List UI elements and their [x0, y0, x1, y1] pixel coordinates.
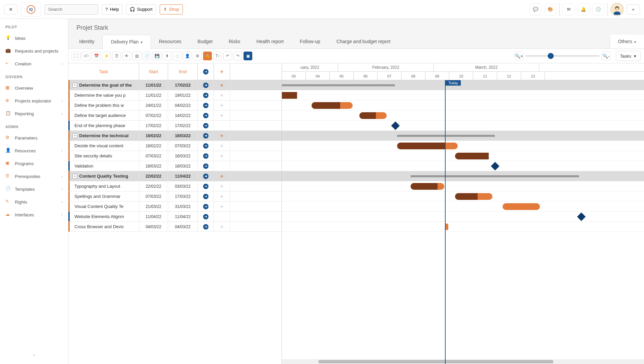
- mail-button[interactable]: ✉: [562, 3, 575, 16]
- sidebar-item-parameters[interactable]: ⚙Parameters: [0, 131, 68, 144]
- table-row[interactable]: End of the planning phase17/02/2217/02/2…: [68, 121, 282, 131]
- table-row[interactable]: Validation18/03/2218/03/22➜: [68, 161, 282, 171]
- table-row[interactable]: Define the target audience07/02/2214/02/…: [68, 111, 282, 121]
- task-bar[interactable]: [455, 153, 489, 159]
- add-icon[interactable]: +: [219, 103, 225, 108]
- task-bar[interactable]: [397, 143, 458, 149]
- milestone[interactable]: [391, 121, 399, 130]
- zoom-out-button[interactable]: 🔍-: [602, 52, 610, 60]
- task-bar[interactable]: [503, 203, 540, 210]
- tab-resources[interactable]: Resources: [151, 35, 190, 49]
- col-task[interactable]: Task: [68, 63, 139, 80]
- collapse-icon[interactable]: −: [72, 133, 77, 138]
- zoom-in-button[interactable]: 🔍+: [515, 52, 523, 60]
- shop-button[interactable]: ⬆Shop: [160, 4, 183, 14]
- tab-others[interactable]: Others▾: [610, 35, 644, 49]
- close-button[interactable]: ✕: [4, 4, 18, 14]
- add-icon[interactable]: +: [219, 174, 225, 179]
- add-icon[interactable]: +: [219, 184, 225, 189]
- collapse-icon[interactable]: −: [72, 174, 77, 179]
- tool-lock[interactable]: 🔓: [203, 52, 212, 60]
- add-icon[interactable]: +: [219, 153, 225, 159]
- add-icon[interactable]: +: [219, 69, 225, 74]
- gantt-timeline[interactable]: uary, 2022February, 2022March, 2022 0304…: [282, 63, 644, 364]
- tab-followup[interactable]: Follow-up: [292, 35, 328, 49]
- history-button[interactable]: 🕓: [592, 3, 604, 16]
- table-row[interactable]: Cross Browser and Devic04/03/2204/03/22➜…: [68, 222, 282, 232]
- tool-redo[interactable]: ↷: [233, 52, 242, 60]
- tool-save[interactable]: 💾: [153, 52, 161, 60]
- col-end[interactable]: End: [168, 63, 198, 80]
- chat-button[interactable]: 💬: [529, 3, 542, 16]
- tool-loading[interactable]: ◌: [173, 52, 182, 60]
- sidebar-item-resources[interactable]: 👤Resources‹: [0, 144, 68, 157]
- collapse-icon[interactable]: −: [72, 83, 77, 88]
- info-icon[interactable]: ➜: [203, 184, 208, 189]
- task-bar[interactable]: [359, 112, 387, 119]
- info-icon[interactable]: ➜: [203, 224, 208, 230]
- tool-view[interactable]: ▣: [244, 52, 252, 60]
- sidebar-item-interfaces[interactable]: ☁Interfaces‹: [0, 208, 68, 221]
- info-icon[interactable]: ➜: [203, 123, 208, 128]
- col-start[interactable]: Start: [139, 63, 168, 80]
- tab-risks[interactable]: Risks: [221, 35, 248, 49]
- info-icon[interactable]: ➜: [203, 204, 208, 209]
- logo[interactable]: IQ: [21, 2, 41, 17]
- tab-identity[interactable]: Identity: [71, 35, 102, 49]
- tab-charge[interactable]: Charge and budget report: [328, 35, 398, 49]
- summary-bar[interactable]: [282, 84, 395, 86]
- add-icon[interactable]: +: [219, 83, 225, 88]
- task-bar[interactable]: [411, 183, 444, 190]
- horizontal-scrollbar[interactable]: [282, 359, 644, 364]
- tool-file[interactable]: 📄: [142, 52, 151, 60]
- info-icon[interactable]: ➜: [203, 113, 208, 118]
- info-icon[interactable]: ➜: [203, 133, 208, 139]
- tool-user[interactable]: 👤: [183, 52, 192, 60]
- add-icon[interactable]: +: [219, 194, 225, 199]
- add-icon[interactable]: +: [219, 204, 225, 209]
- sidebar-item-templates[interactable]: 📄Templates‹: [0, 183, 68, 195]
- zoom-slider[interactable]: [525, 55, 600, 57]
- tab-budget[interactable]: Budget: [190, 35, 221, 49]
- tool-tag[interactable]: 🏷: [82, 52, 91, 60]
- add-icon[interactable]: +: [219, 133, 225, 139]
- tool-settings[interactable]: ⚙: [193, 52, 202, 60]
- search-input[interactable]: [44, 4, 98, 14]
- table-row[interactable]: Define the problem this w24/01/2204/02/2…: [68, 100, 282, 111]
- sidebar-item-explorator[interactable]: ⊕Projects explorator‹: [0, 94, 68, 107]
- sidebar-item-programs[interactable]: ▣Programs: [0, 157, 68, 170]
- add-icon[interactable]: +: [219, 224, 225, 230]
- table-row[interactable]: Website Elements Alignm11/04/2211/04/22➜: [68, 212, 282, 222]
- sidebar-item-creation[interactable]: +Creation‹: [0, 57, 68, 70]
- sidebar-item-requests[interactable]: 💼Requests and projects: [0, 44, 68, 57]
- info-icon[interactable]: ➜: [203, 153, 208, 159]
- info-icon[interactable]: ➜: [203, 174, 208, 179]
- scrollbar-thumb[interactable]: [318, 360, 554, 363]
- task-bar[interactable]: [312, 102, 353, 109]
- info-icon[interactable]: ➜: [203, 103, 208, 108]
- tool-export[interactable]: ⬆: [163, 52, 171, 60]
- table-row[interactable]: Decide the visual content18/02/2207/03/2…: [68, 141, 282, 151]
- info-icon[interactable]: ➜: [203, 194, 208, 199]
- theme-button[interactable]: 🎨: [544, 3, 556, 16]
- table-row[interactable]: −Content Quality Testing22/02/2211/04/22…: [68, 171, 282, 181]
- milestone[interactable]: [491, 162, 499, 170]
- info-icon[interactable]: ➜: [203, 214, 208, 219]
- tool-eye[interactable]: 👁: [122, 52, 131, 60]
- tasks-dropdown[interactable]: Tasks▾: [616, 51, 641, 61]
- tool-undo[interactable]: ↶: [223, 52, 232, 60]
- support-button[interactable]: 🎧Support: [126, 4, 156, 14]
- sidebar-item-reporting[interactable]: 📋Reporting‹: [0, 107, 68, 120]
- table-row[interactable]: Spellings and Grammar07/03/2217/03/22➜+: [68, 191, 282, 202]
- tab-delivery-plan[interactable]: Delivery Plan▾: [102, 35, 151, 49]
- task-bar[interactable]: [282, 92, 297, 99]
- tool-bolt[interactable]: ⚡: [102, 52, 111, 60]
- tool-list[interactable]: ☰: [112, 52, 121, 60]
- info-icon[interactable]: ➜: [203, 83, 208, 88]
- help-button[interactable]: ?Help: [102, 4, 123, 14]
- sidebar-item-prerequisites[interactable]: ☰Prerequisites‹: [0, 170, 68, 183]
- summary-bar[interactable]: [411, 175, 579, 177]
- tool-fullscreen[interactable]: ⛶: [72, 52, 80, 60]
- info-icon[interactable]: ➜: [203, 163, 208, 169]
- info-icon[interactable]: ➜: [203, 93, 208, 98]
